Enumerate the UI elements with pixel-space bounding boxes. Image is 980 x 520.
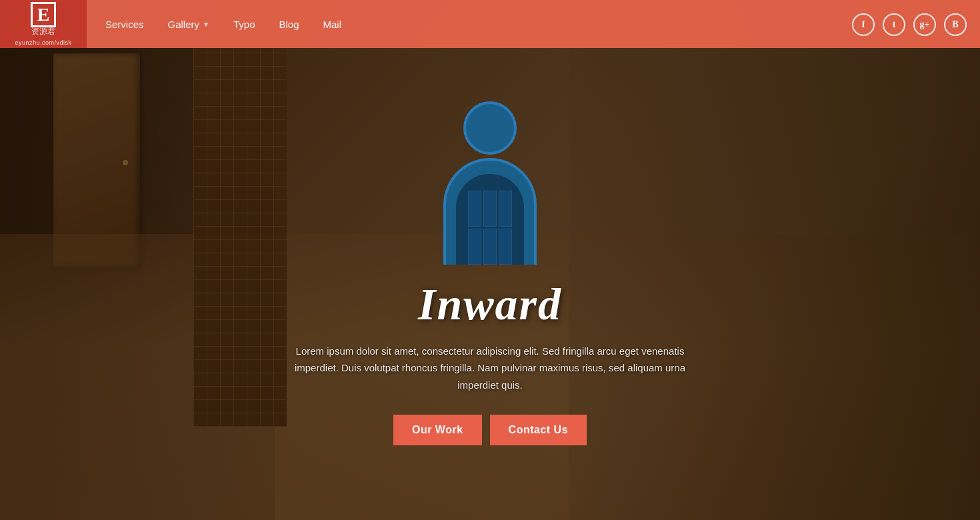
nav-item-gallery[interactable]: Gallery ▼ [156,0,221,48]
contact-us-button[interactable]: Contact Us [490,415,587,445]
hero-title: Inward [418,278,562,331]
behance-icon[interactable]: B [944,13,967,36]
nav-links: Services Gallery ▼ Typo Blog Mail [93,0,353,48]
logo-brand: 资源君 [31,26,55,37]
logo[interactable]: E 资源君 eyunzhu.com/vdisk [0,0,87,48]
window-pane [483,229,497,265]
logo-letter: E [31,2,56,27]
logo-inner: E 资源君 eyunzhu.com/vdisk [15,2,71,46]
window-pane [499,229,512,265]
window-pane [468,229,481,265]
gallery-dropdown-arrow: ▼ [203,21,209,28]
person-head [463,101,517,155]
facebook-icon[interactable]: f [852,13,875,36]
social-icons: f t g+ B [852,13,967,36]
google-plus-icon[interactable]: g+ [913,13,936,36]
twitter-icon[interactable]: t [883,13,905,36]
cta-buttons: Our Work Contact Us [393,415,587,445]
person-icon [443,101,537,265]
nav-item-mail[interactable]: Mail [311,0,354,48]
person-body-inner [456,174,524,265]
nav-item-services[interactable]: Services [93,0,156,48]
window-pane [483,191,497,227]
person-body [443,158,537,265]
window-grid [468,191,512,265]
hero-content: Inward Lorem ipsum dolor sit amet, conse… [0,0,980,520]
window-pane [468,191,481,227]
nav-item-typo[interactable]: Typo [221,0,267,48]
hero-description: Lorem ipsum dolor sit amet, consectetur … [277,343,703,394]
nav-item-blog[interactable]: Blog [267,0,311,48]
window-pane [499,191,512,227]
our-work-button[interactable]: Our Work [393,415,482,445]
logo-subtitle: eyunzhu.com/vdisk [15,39,71,46]
navbar: E 资源君 eyunzhu.com/vdisk Services Gallery… [0,0,980,48]
